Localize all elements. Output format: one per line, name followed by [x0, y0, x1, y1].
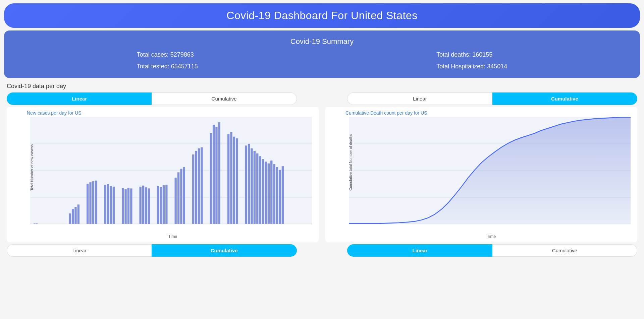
- right-chart-container: Cumulative Death count per day for US Cu…: [325, 107, 637, 242]
- svg-rect-17: [87, 184, 89, 224]
- bottom-right-linear-btn[interactable]: Linear: [347, 244, 492, 257]
- svg-rect-34: [160, 187, 162, 224]
- svg-rect-59: [262, 159, 264, 224]
- svg-rect-21: [104, 185, 106, 224]
- svg-rect-11: [34, 224, 36, 224]
- bottom-left-linear-btn[interactable]: Linear: [7, 244, 152, 257]
- total-deaths: Total deaths: 160155: [436, 51, 507, 58]
- left-y-axis-label: Total Number of new casess: [30, 150, 34, 191]
- svg-rect-56: [254, 151, 256, 224]
- left-chart-container: New cases per day for US Total Number of…: [7, 107, 319, 242]
- svg-rect-22: [107, 184, 109, 224]
- svg-rect-20: [95, 181, 97, 224]
- svg-rect-37: [175, 178, 177, 224]
- svg-rect-64: [276, 167, 278, 224]
- bottom-toggle-row: Linear Cumulative Linear Cumulative: [7, 244, 637, 257]
- svg-rect-57: [256, 153, 258, 224]
- svg-rect-28: [130, 188, 132, 224]
- svg-rect-30: [142, 186, 144, 224]
- total-cases: Total cases: 5279863: [137, 51, 198, 58]
- top-right-toggle-group: Linear Cumulative: [347, 92, 637, 105]
- svg-rect-41: [192, 154, 194, 224]
- svg-rect-24: [113, 187, 115, 224]
- svg-rect-15: [74, 207, 76, 224]
- svg-rect-18: [89, 182, 91, 224]
- svg-rect-62: [270, 161, 272, 224]
- svg-rect-35: [163, 185, 165, 224]
- svg-rect-50: [230, 132, 232, 224]
- top-right-linear-btn[interactable]: Linear: [347, 92, 492, 105]
- svg-rect-47: [215, 127, 217, 224]
- svg-rect-38: [177, 172, 179, 224]
- right-chart-title: Cumulative Death count per day for US: [329, 110, 634, 116]
- total-hospitalized: Total Hospitalized: 345014: [436, 63, 507, 70]
- svg-rect-65: [279, 170, 281, 224]
- total-tested: Total tested: 65457115: [137, 63, 198, 70]
- svg-rect-58: [259, 156, 261, 224]
- top-left-toggle-group: Linear Cumulative: [7, 92, 297, 105]
- svg-rect-52: [236, 138, 238, 224]
- right-y-axis-label: Cumulative total Number of deaths: [348, 150, 353, 191]
- summary-heading: Covid-19 Summary: [17, 37, 627, 46]
- svg-rect-13: [69, 213, 71, 224]
- svg-rect-45: [210, 133, 212, 224]
- svg-rect-39: [180, 169, 182, 224]
- summary-col-left: Total cases: 5279863 Total tested: 65457…: [137, 51, 198, 70]
- svg-rect-36: [165, 185, 167, 224]
- svg-rect-60: [265, 162, 267, 224]
- svg-rect-48: [218, 122, 220, 224]
- svg-rect-43: [198, 148, 200, 224]
- summary-stats: Total cases: 5279863 Total tested: 65457…: [17, 51, 627, 70]
- section-label: Covid-19 data per day: [7, 83, 637, 90]
- svg-rect-66: [282, 166, 284, 224]
- bottom-left-toggle-group: Linear Cumulative: [7, 244, 297, 257]
- left-chart-area: Total Number of new casess 80k 60k 40k 2…: [30, 117, 312, 224]
- svg-rect-42: [195, 151, 197, 224]
- page-title: Covid-19 Dashboard For United States: [4, 9, 640, 22]
- left-chart-title: New cases per day for US: [10, 110, 315, 116]
- svg-rect-46: [213, 125, 215, 224]
- svg-rect-51: [233, 137, 235, 224]
- svg-rect-23: [110, 186, 112, 224]
- svg-rect-16: [77, 204, 79, 224]
- svg-rect-49: [227, 134, 229, 224]
- page-title-bar: Covid-19 Dashboard For United States: [4, 3, 640, 28]
- top-toggle-row: Linear Cumulative Linear Cumulative: [7, 92, 637, 105]
- svg-rect-31: [145, 187, 147, 224]
- svg-rect-40: [183, 167, 185, 224]
- svg-rect-44: [201, 147, 203, 224]
- right-chart-svg: 150k 100k 50k 0 Jan 19: [349, 117, 631, 224]
- svg-rect-53: [245, 145, 247, 224]
- svg-rect-25: [122, 188, 124, 224]
- summary-col-right: Total deaths: 160155 Total Hospitalized:…: [436, 51, 507, 70]
- svg-rect-63: [273, 164, 275, 224]
- svg-rect-55: [251, 148, 253, 224]
- svg-rect-61: [268, 164, 270, 224]
- top-right-cumulative-btn[interactable]: Cumulative: [492, 92, 637, 105]
- svg-rect-54: [248, 144, 250, 224]
- svg-rect-19: [92, 181, 94, 224]
- left-chart-svg: 80k 60k 40k 20k 0: [30, 117, 312, 224]
- top-left-cumulative-btn[interactable]: Cumulative: [152, 92, 297, 105]
- top-left-linear-btn[interactable]: Linear: [7, 92, 152, 105]
- svg-rect-26: [124, 189, 126, 224]
- svg-rect-32: [148, 188, 150, 224]
- summary-box: Covid-19 Summary Total cases: 5279863 To…: [4, 30, 640, 78]
- svg-rect-27: [127, 188, 129, 224]
- right-chart-area: Cumulative total Number of deaths 150k 1…: [349, 117, 631, 224]
- svg-rect-33: [157, 186, 159, 224]
- bottom-right-toggle-group: Linear Cumulative: [347, 244, 637, 257]
- right-x-axis-label: Time: [329, 234, 634, 239]
- bottom-right-cumulative-btn[interactable]: Cumulative: [492, 244, 637, 257]
- svg-rect-14: [72, 209, 74, 224]
- svg-rect-29: [140, 187, 142, 224]
- left-x-axis-label: Time: [10, 234, 315, 239]
- charts-row: New cases per day for US Total Number of…: [7, 107, 637, 242]
- bottom-left-cumulative-btn[interactable]: Cumulative: [152, 244, 297, 257]
